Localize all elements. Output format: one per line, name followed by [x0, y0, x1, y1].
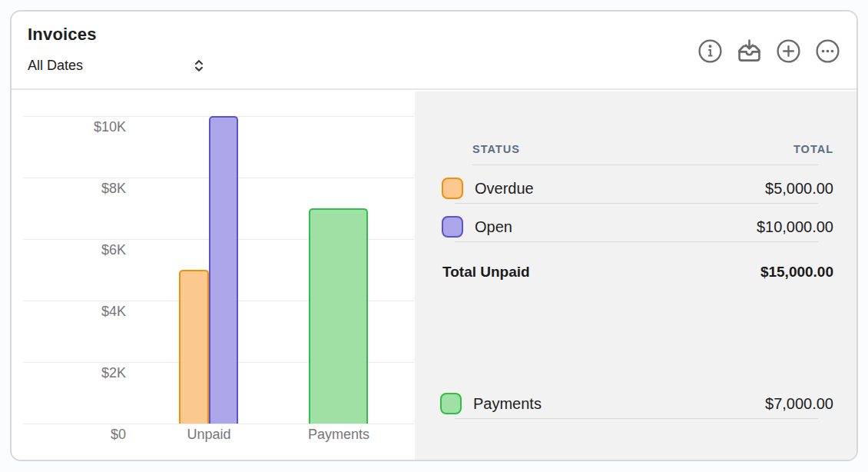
bar-open[interactable]	[209, 116, 238, 424]
widget-header: Invoices All Dates	[12, 12, 856, 90]
payments-value: $7,000.00	[765, 395, 833, 413]
summary-panel: STATUS TOTAL Overdue $5,000.00 Open $10,…	[415, 91, 856, 460]
chart-plot: $0$2K$4K$6K$8K$10KUnpaidPayments	[12, 91, 415, 460]
payments-row[interactable]: Payments $7,000.00	[440, 392, 833, 415]
y-tick-label: $8K	[12, 181, 126, 197]
payments-legend-swatch	[440, 393, 462, 414]
row-divider	[455, 418, 818, 419]
export-icon	[735, 37, 764, 65]
widget-body: $0$2K$4K$6K$8K$10KUnpaidPayments STATUS …	[12, 91, 856, 460]
y-tick-label: $0	[12, 427, 126, 443]
total-unpaid-value: $15,000.00	[760, 264, 833, 281]
date-filter-select[interactable]: All Dates	[28, 58, 204, 74]
overdue-legend-swatch	[442, 178, 463, 199]
bar-overdue[interactable]	[179, 270, 209, 424]
header-divider	[472, 165, 818, 165]
select-chevrons-icon	[194, 58, 204, 74]
y-gridline	[23, 424, 414, 424]
open-value: $10,000.00	[757, 218, 833, 236]
page-title: Invoices	[28, 25, 97, 45]
total-unpaid-row: Total Unpaid $15,000.00	[442, 264, 833, 281]
more-button[interactable]	[813, 37, 841, 65]
bar-payments[interactable]	[309, 208, 368, 424]
row-divider	[455, 241, 818, 242]
overdue-row[interactable]: Overdue $5,000.00	[442, 177, 833, 200]
open-row[interactable]: Open $10,000.00	[442, 215, 833, 238]
info-icon	[697, 38, 723, 64]
add-icon	[776, 38, 801, 64]
export-button[interactable]	[735, 37, 763, 65]
y-tick-label: $10K	[12, 119, 126, 135]
more-icon	[815, 38, 840, 64]
row-divider	[455, 203, 818, 204]
invoices-widget: Invoices All Dates	[10, 10, 858, 461]
y-tick-label: $6K	[12, 242, 126, 258]
x-category-label: Unpaid	[155, 427, 263, 443]
y-tick-label: $2K	[12, 365, 126, 381]
date-filter-value: All Dates	[28, 58, 83, 74]
info-button[interactable]	[696, 37, 724, 65]
x-category-label: Payments	[285, 427, 393, 443]
open-label: Open	[475, 218, 512, 236]
invoices-bar-chart: $0$2K$4K$6K$8K$10KUnpaidPayments	[12, 91, 415, 460]
y-tick-label: $4K	[12, 304, 126, 320]
add-button[interactable]	[774, 37, 802, 65]
payments-label: Payments	[473, 395, 542, 413]
total-unpaid-label: Total Unpaid	[442, 264, 530, 281]
overdue-label: Overdue	[475, 180, 534, 198]
summary-table-header: STATUS TOTAL	[472, 143, 833, 155]
total-column-header: TOTAL	[793, 143, 833, 155]
header-actions	[696, 37, 841, 65]
open-legend-swatch	[442, 216, 463, 238]
status-column-header: STATUS	[472, 143, 520, 155]
overdue-value: $5,000.00	[765, 180, 833, 198]
